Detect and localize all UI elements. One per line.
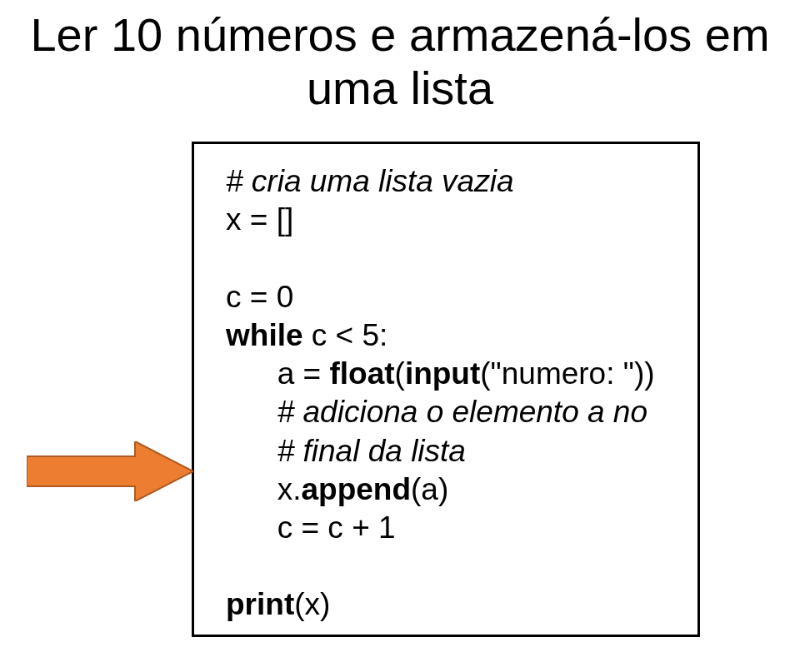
code-line-init-list: x = [] — [226, 201, 672, 239]
append-keyword: append — [301, 472, 411, 506]
code-line-input: a = float(input("numero: ")) — [226, 355, 672, 393]
code-line-while: while c < 5: — [226, 316, 672, 355]
slide-title: Ler 10 números e armazená-los em uma lis… — [0, 0, 800, 132]
code-comment-1: # cria uma lista vazia — [226, 162, 672, 201]
code-line-init-counter: c = 0 — [226, 278, 672, 316]
print-keyword: print — [226, 587, 294, 621]
code-line-increment: c = c + 1 — [226, 509, 672, 547]
append-suffix: (a) — [411, 472, 448, 506]
blank-line-2 — [226, 547, 672, 585]
float-keyword: float — [329, 356, 394, 391]
blank-line-1 — [226, 240, 672, 278]
print-suffix: (x) — [294, 587, 330, 621]
code-line-append: x.append(a) — [226, 470, 672, 509]
append-prefix: x. — [226, 472, 301, 506]
code-comment-2: # adiciona o elemento a no — [226, 393, 672, 431]
arrow-icon — [27, 441, 193, 501]
while-keyword: while — [226, 318, 303, 352]
while-cond: c < 5: — [303, 318, 388, 352]
code-line-print: print(x) — [226, 585, 672, 624]
input-prefix: a = — [226, 356, 329, 391]
input-arg: ("numero: ")) — [480, 356, 654, 391]
input-keyword: input — [405, 356, 480, 391]
code-comment-3: # final da lista — [226, 432, 672, 470]
code-box: # cria uma lista vazia x = [] c = 0 whil… — [192, 142, 700, 637]
paren-open: ( — [395, 356, 405, 391]
